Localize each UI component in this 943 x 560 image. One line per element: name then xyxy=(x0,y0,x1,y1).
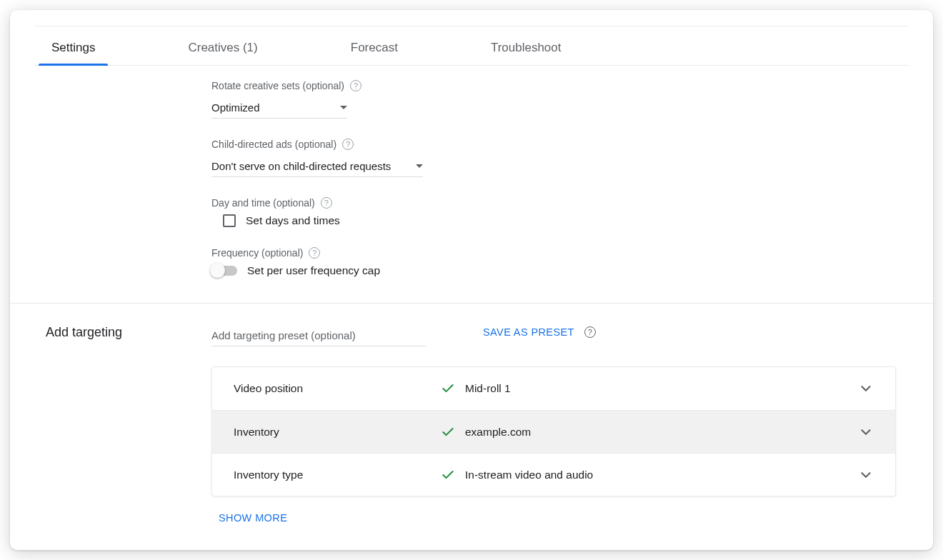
child-directed-field: Child-directed ads (optional) ? Don't se… xyxy=(211,139,909,177)
frequency-label: Frequency (optional) xyxy=(211,247,303,259)
toggle-knob xyxy=(210,263,225,278)
target-row-inventory-type[interactable]: Inventory type In-stream video and audio xyxy=(212,453,895,496)
chevron-down-icon xyxy=(858,467,874,483)
help-icon[interactable]: ? xyxy=(321,197,332,209)
help-icon[interactable]: ? xyxy=(584,326,596,338)
target-row-video-position[interactable]: Video position Mid-roll 1 xyxy=(212,367,895,410)
frequency-field: Frequency (optional) ? Set per user freq… xyxy=(211,247,909,277)
targeting-section-title: Add targeting xyxy=(34,325,211,524)
target-value: Mid-roll 1 xyxy=(465,382,511,395)
help-icon[interactable]: ? xyxy=(342,139,354,150)
chevron-down-icon xyxy=(340,106,347,109)
daytime-checkbox[interactable] xyxy=(223,214,236,227)
day-time-field: Day and time (optional) ? Set days and t… xyxy=(211,197,909,227)
target-name: Video position xyxy=(234,382,441,395)
targeting-preset-input[interactable] xyxy=(211,325,426,346)
child-select[interactable]: Don't serve on child-directed requests xyxy=(211,156,423,177)
target-value: example.com xyxy=(465,426,531,439)
target-value: In-stream video and audio xyxy=(465,469,593,481)
child-label: Child-directed ads (optional) xyxy=(211,139,336,150)
rotate-select[interactable]: Optimized xyxy=(211,97,347,119)
chevron-down-icon xyxy=(858,381,874,396)
show-more-button[interactable]: SHOW MORE xyxy=(211,512,287,524)
check-icon xyxy=(441,425,455,439)
daytime-label: Day and time (optional) xyxy=(211,197,315,209)
target-name: Inventory type xyxy=(234,469,441,481)
check-icon xyxy=(441,381,455,396)
tab-forecast[interactable]: Forecast xyxy=(351,41,398,65)
help-icon[interactable]: ? xyxy=(350,80,361,91)
chevron-down-icon xyxy=(858,424,874,440)
chevron-down-icon xyxy=(416,164,423,168)
check-icon xyxy=(441,468,455,482)
tab-settings[interactable]: Settings xyxy=(51,41,95,65)
rotate-creative-sets-field: Rotate creative sets (optional) ? Optimi… xyxy=(211,80,909,119)
target-row-inventory[interactable]: Inventory example.com xyxy=(212,410,895,453)
save-as-preset-button[interactable]: SAVE AS PRESET xyxy=(483,326,574,338)
target-name: Inventory xyxy=(234,426,441,439)
tabs-bar: Settings Creatives (1) Forecast Troubles… xyxy=(34,41,909,66)
frequency-toggle-label: Set per user frequency cap xyxy=(247,264,380,277)
divider-top xyxy=(34,26,909,26)
rotate-value: Optimized xyxy=(211,101,260,114)
frequency-toggle[interactable] xyxy=(211,266,237,276)
child-value: Don't serve on child-directed requests xyxy=(211,160,391,172)
targeting-list: Video position Mid-roll 1 Inventory xyxy=(211,366,896,496)
daytime-checkbox-label: Set days and times xyxy=(246,214,340,227)
rotate-label: Rotate creative sets (optional) xyxy=(211,80,344,91)
help-icon[interactable]: ? xyxy=(309,247,320,259)
tab-creatives[interactable]: Creatives (1) xyxy=(188,41,257,65)
tab-troubleshoot[interactable]: Troubleshoot xyxy=(491,41,562,65)
